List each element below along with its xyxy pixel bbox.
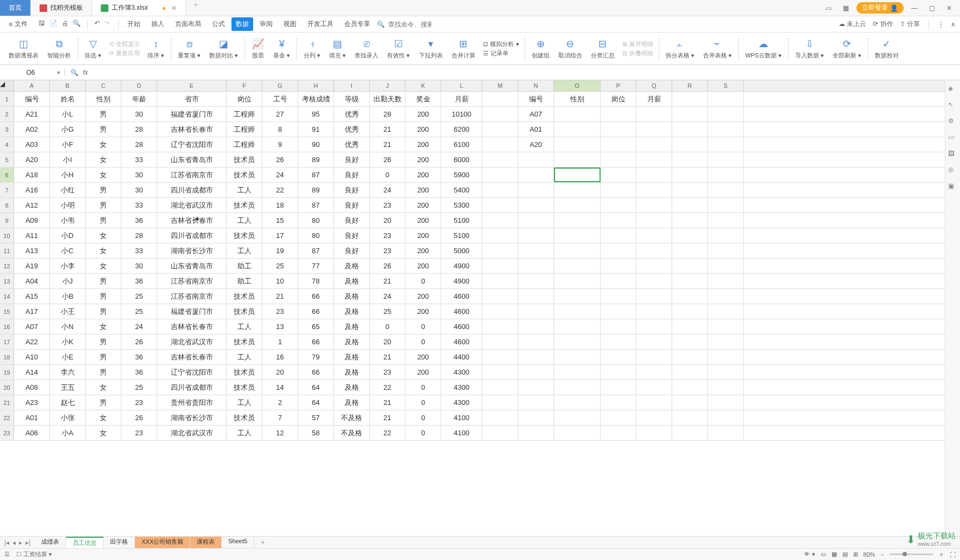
col-header-M[interactable]: M xyxy=(482,80,518,91)
col-header-B[interactable]: B xyxy=(50,80,86,91)
cell[interactable] xyxy=(554,243,601,258)
col-header-J[interactable]: J xyxy=(370,80,405,91)
cell[interactable]: 小G xyxy=(50,122,86,137)
cell[interactable]: 女 xyxy=(86,152,121,167)
cell[interactable]: 64 xyxy=(298,395,334,410)
cell[interactable]: 6100 xyxy=(441,137,482,152)
cell[interactable] xyxy=(636,365,672,379)
cell[interactable] xyxy=(636,213,672,228)
cell[interactable]: 77 xyxy=(298,259,334,273)
cell[interactable]: 女 xyxy=(86,319,121,334)
minimize-button[interactable]: — xyxy=(908,4,921,12)
cell[interactable] xyxy=(554,350,601,364)
cell[interactable]: 赵七 xyxy=(50,395,86,410)
cell[interactable]: 良好 xyxy=(334,213,370,228)
cell[interactable]: 25 xyxy=(370,304,405,319)
cell[interactable]: 14 xyxy=(262,380,298,395)
cell[interactable] xyxy=(672,274,708,288)
cell[interactable]: 工程师 xyxy=(227,122,262,137)
cell[interactable]: 工人 xyxy=(227,183,262,197)
cell[interactable]: 湖北省武汉市 xyxy=(157,334,227,349)
row-header[interactable]: 16 xyxy=(0,319,14,334)
cell[interactable]: 12 xyxy=(262,426,298,440)
cell[interactable]: 20 xyxy=(370,334,405,349)
row-header[interactable]: 4 xyxy=(0,137,14,152)
cell[interactable] xyxy=(518,289,554,304)
cell[interactable] xyxy=(518,380,554,395)
tab-template[interactable]: 找稻壳模板 xyxy=(31,0,92,16)
row-header[interactable]: 23 xyxy=(0,426,14,440)
sheet-tab-6[interactable]: Sheet5 xyxy=(222,537,254,548)
cloud-status[interactable]: ☁ 未上云 xyxy=(839,20,866,29)
cell[interactable] xyxy=(518,259,554,273)
cell[interactable]: 24 xyxy=(262,168,298,182)
cell[interactable]: 辽宁省沈阳市 xyxy=(157,365,227,379)
cell[interactable] xyxy=(518,243,554,258)
cell[interactable]: 良好 xyxy=(334,168,370,182)
cell[interactable]: 22 xyxy=(262,183,298,197)
cell[interactable] xyxy=(601,365,636,379)
row-header[interactable]: 18 xyxy=(0,350,14,364)
cell[interactable]: 山东省青岛市 xyxy=(157,259,227,273)
col-header-K[interactable]: K xyxy=(405,80,441,91)
cell[interactable]: 19 xyxy=(262,243,298,258)
cell[interactable] xyxy=(672,122,708,137)
cell[interactable] xyxy=(672,380,708,395)
cell[interactable]: A08 xyxy=(14,380,50,395)
cell[interactable]: 及格 xyxy=(334,350,370,364)
cell[interactable] xyxy=(482,365,518,379)
cell[interactable]: 4100 xyxy=(441,426,482,440)
cell[interactable]: 25 xyxy=(262,259,298,273)
cell[interactable] xyxy=(518,304,554,319)
cell[interactable] xyxy=(482,395,518,410)
col-header-G[interactable]: G xyxy=(262,80,298,91)
view-normal-icon[interactable]: ▦ xyxy=(832,551,837,558)
cell[interactable]: 36 xyxy=(121,213,157,228)
side-layers-icon[interactable]: ▭ xyxy=(948,133,958,143)
cell[interactable]: 5900 xyxy=(441,168,482,182)
close-icon[interactable]: ✕ xyxy=(171,4,177,12)
btn-refresh[interactable]: ⟳全部刷新 ▾ xyxy=(828,37,866,60)
cell[interactable] xyxy=(672,395,708,410)
side-settings-icon[interactable]: ⚙ xyxy=(948,117,958,127)
cell[interactable] xyxy=(708,334,744,349)
cell[interactable]: 28 xyxy=(121,122,157,137)
cell[interactable]: 23 xyxy=(370,365,405,379)
cell[interactable]: 5300 xyxy=(441,198,482,213)
cell[interactable]: A14 xyxy=(14,365,50,379)
cell[interactable] xyxy=(601,213,636,228)
cell[interactable]: 23 xyxy=(121,395,157,410)
cell[interactable] xyxy=(518,183,554,197)
cell[interactable] xyxy=(518,274,554,288)
cell[interactable] xyxy=(672,289,708,304)
cell[interactable] xyxy=(482,213,518,228)
cell[interactable] xyxy=(554,137,601,152)
zoom-thumb[interactable] xyxy=(903,552,907,556)
cell[interactable]: 四川省成都市 xyxy=(157,228,227,243)
btn-ungroup[interactable]: ⊖取消组合 xyxy=(554,37,587,60)
cell[interactable]: 25 xyxy=(121,380,157,395)
row-header[interactable]: 1 xyxy=(0,92,14,106)
cell[interactable]: 36 xyxy=(121,274,157,288)
view-page-icon[interactable]: ▤ xyxy=(842,551,848,558)
cell[interactable] xyxy=(672,168,708,182)
cell[interactable] xyxy=(601,319,636,334)
row-header[interactable]: 3 xyxy=(0,122,14,137)
cell[interactable]: 王五 xyxy=(50,380,86,395)
cell[interactable]: 湖南省长沙市 xyxy=(157,410,227,425)
col-header-S[interactable]: S xyxy=(708,80,744,91)
cell[interactable]: A13 xyxy=(14,243,50,258)
grid[interactable]: ◢ ABCDEFGHIJKLMNOPQRS 1编号姓名性别年龄省市岗位工号考核成… xyxy=(0,80,945,536)
cell[interactable] xyxy=(601,198,636,213)
cell[interactable] xyxy=(554,228,601,243)
cell[interactable]: 21 xyxy=(370,122,405,137)
cell[interactable] xyxy=(672,198,708,213)
cell[interactable] xyxy=(636,198,672,213)
cell[interactable] xyxy=(636,395,672,410)
menu-file[interactable]: ≡文件 xyxy=(4,17,32,31)
col-header-C[interactable]: C xyxy=(86,80,121,91)
cell[interactable] xyxy=(518,213,554,228)
cell[interactable]: 0 xyxy=(405,334,441,349)
cell[interactable] xyxy=(601,426,636,440)
cell[interactable]: 23 xyxy=(370,243,405,258)
